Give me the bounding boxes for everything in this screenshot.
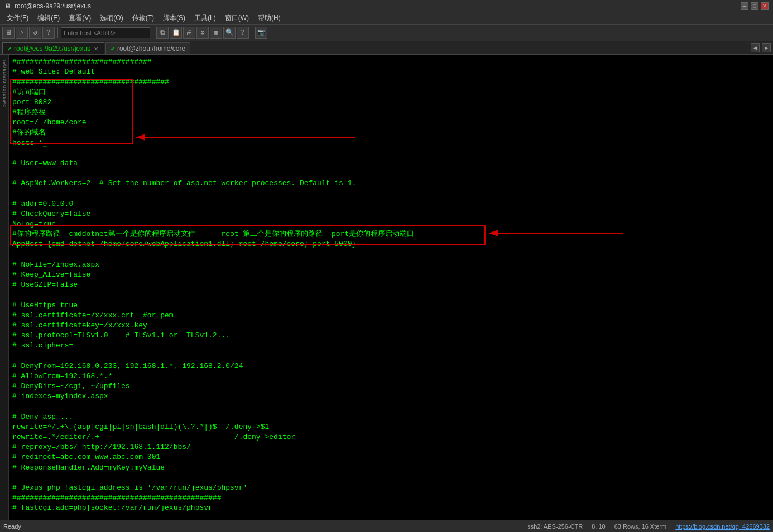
title-icon: 🖥 [4, 2, 11, 10]
status-ssh: ssh2: AES-256-CTR [527, 523, 583, 530]
maximize-button[interactable]: □ [751, 2, 758, 10]
term-line [12, 188, 770, 199]
term-line: #程序路径 [12, 108, 770, 118]
tab-bar: ✔ root@ecs-9a29:/usr/jexus ✕ ✔ root@zhou… [0, 41, 773, 55]
term-line: # ssl.protocol=TLSv1.0 # TLSv1.1 or TLSv… [12, 331, 770, 341]
menu-view[interactable]: 查看(V) [64, 12, 95, 24]
term-line: #你的域名 [12, 128, 770, 138]
tab-core-label: root@zhou:/home/core [117, 45, 185, 52]
host-input[interactable] [61, 27, 150, 38]
tab-core[interactable]: ✔ root@zhou:/home/core [105, 42, 190, 54]
term-line: # addr=0.0.0.0 [12, 199, 770, 209]
term-line: ########################################… [12, 493, 770, 503]
term-line: ################################ [12, 57, 770, 67]
term-line [12, 168, 770, 178]
term-line: # ssl.certificate=/x/xxx.crt #or pem [12, 311, 770, 321]
term-line: hosts=*█ [12, 138, 770, 148]
tab-jexus[interactable]: ✔ root@ecs-9a29:/usr/jexus ✕ [2, 42, 104, 54]
terminal[interactable]: ################################ # web S… [9, 55, 773, 520]
term-line: #你的程序路径 cmddotnet第一个是你的程序启动文件 root 第二个是你… [12, 229, 770, 239]
term-line: # web Site: Default [12, 67, 770, 77]
term-line: # redirect=abc.com www.abc.com 301 [12, 452, 770, 462]
menu-edit[interactable]: 编辑(E) [33, 12, 64, 24]
term-line: # ssl.ciphers= [12, 341, 770, 351]
term-line: # reproxy=/bbs/ http://192.168.1.112/bbs… [12, 442, 770, 452]
toolbar-help2[interactable]: ? [237, 27, 249, 39]
term-line: # CheckQuery=false [12, 209, 770, 219]
menu-file[interactable]: 文件(F) [2, 12, 33, 24]
toolbar-copy[interactable]: ⧉ [156, 27, 169, 39]
status-rows-cols: 63 Rows, 16 Xterm [614, 523, 667, 530]
menu-transfer[interactable]: 传输(T) [128, 12, 159, 24]
close-button[interactable]: ✕ [761, 2, 769, 10]
term-line: # NoFile=/index.aspx [12, 260, 770, 270]
status-ready: Ready [3, 523, 21, 530]
status-position: 8, 10 [592, 523, 605, 530]
term-line: # DenyFrom=192.168.0.233, 192.168.1.*, 1… [12, 361, 770, 371]
menu-options[interactable]: 选项(O) [95, 12, 127, 24]
toolbar-sep3 [252, 27, 252, 38]
term-line: NoLog=true [12, 219, 770, 229]
term-line [12, 351, 770, 361]
menu-tools[interactable]: 工具(L) [190, 12, 220, 24]
menu-help[interactable]: 帮助(H) [253, 12, 285, 24]
toolbar-filter[interactable]: 🔍 [223, 27, 236, 39]
term-line: # User=www-data [12, 158, 770, 168]
term-line [12, 402, 770, 412]
menu-window[interactable]: 窗口(W) [220, 12, 253, 24]
term-line [12, 513, 770, 520]
term-line: #################################### [12, 77, 770, 87]
menu-bar: 文件(F) 编辑(E) 查看(V) 选项(O) 传输(T) 脚本(S) 工具(L… [0, 12, 773, 25]
term-line: # Jexus php fastcgi address is '/var/run… [12, 483, 770, 493]
tab-jexus-close[interactable]: ✕ [93, 46, 99, 52]
term-line: # DenyDirs=~/cgi, ~/upfiles [12, 381, 770, 391]
term-line: # UseHttps=true [12, 301, 770, 311]
term-line: # ResponseHandler.Add=myKey:myValue [12, 463, 770, 473]
term-line: # ssl.certificatekey=/x/xxx.key [12, 321, 770, 331]
term-line: rewrite=.*/editor/.+ /.deny->editor [12, 432, 770, 442]
term-line: #访问端口 [12, 88, 770, 98]
term-line: # AllowFrom=192.168.*.* [12, 371, 770, 381]
toolbar: 🖥 ⚡ ↺ ? ⧉ 📋 🖨 ⚙ ▦ 🔍 ? 📷 [0, 25, 773, 41]
toolbar-bolt[interactable]: ⚡ [16, 27, 28, 39]
toolbar-layout[interactable]: ▦ [210, 27, 222, 39]
term-line: port=8082 [12, 98, 770, 108]
toolbar-sep1 [57, 27, 58, 38]
title-bar: 🖥 root@ecs-9a29:/usr/jexus ─ □ ✕ [0, 0, 773, 12]
toolbar-paste[interactable]: 📋 [170, 27, 182, 39]
toolbar-settings[interactable]: ⚙ [196, 27, 209, 39]
term-line: # indexes=myindex.aspx [12, 391, 770, 402]
title-text: root@ecs-9a29:/usr/jexus [15, 2, 741, 10]
toolbar-sep2 [153, 27, 153, 38]
term-line: # Keep_Alive=false [12, 270, 770, 280]
tab-jexus-label: root@ecs-9a29:/usr/jexus [14, 45, 90, 52]
toolbar-screenshot[interactable]: 📷 [255, 27, 267, 39]
term-line [12, 148, 770, 158]
tab-core-check-icon: ✔ [111, 46, 115, 52]
term-line: AppHost={cmd=dotnet /home/core/webApplic… [12, 239, 770, 249]
term-line: # AspNet.Workers=2 # Set the number of a… [12, 178, 770, 188]
minimize-button[interactable]: ─ [741, 2, 748, 10]
toolbar-question[interactable]: ? [42, 27, 55, 39]
session-sidebar: Session Manager [0, 55, 9, 520]
term-line [12, 250, 770, 260]
term-line [12, 473, 770, 483]
tab-next-button[interactable]: ▶ [762, 43, 771, 52]
tab-check-icon: ✔ [7, 46, 12, 52]
tab-prev-button[interactable]: ◀ [751, 43, 760, 52]
term-line: root=/ /home/core [12, 118, 770, 128]
term-line: # Deny asp ... [12, 412, 770, 422]
term-line: # fastcgi.add=php|socket:/var/run/jexus/… [12, 503, 770, 513]
term-line: # UseGZIP=false [12, 280, 770, 290]
tab-navigation: ◀ ▶ [751, 43, 771, 52]
term-line [12, 290, 770, 300]
toolbar-print[interactable]: 🖨 [183, 27, 195, 39]
status-right: ssh2: AES-256-CTR 8, 10 63 Rows, 16 Xter… [527, 523, 770, 530]
session-label: Session Manager [2, 59, 7, 107]
toolbar-refresh[interactable]: ↺ [29, 27, 41, 39]
status-link[interactable]: https://blog.csdn.net/qq_42669332 [675, 523, 770, 530]
session-new-button[interactable]: 🖥 [2, 27, 15, 39]
menu-script[interactable]: 脚本(S) [159, 12, 190, 24]
status-bar: Ready ssh2: AES-256-CTR 8, 10 63 Rows, 1… [0, 520, 773, 532]
term-line: rewrite=^/.+\.(asp|cgi|pl|sh|bash|dll)(\… [12, 422, 770, 432]
